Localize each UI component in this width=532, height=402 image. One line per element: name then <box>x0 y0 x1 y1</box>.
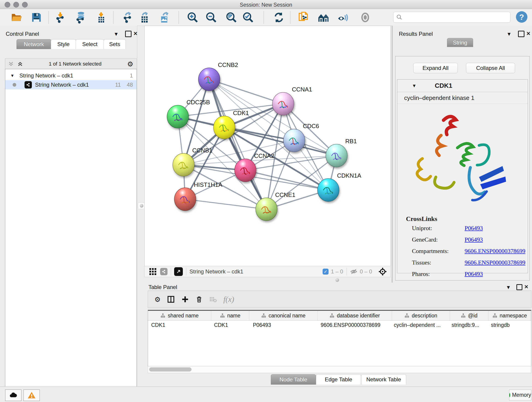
column-header[interactable]: database identifier <box>318 311 392 320</box>
hscrollbar-thumb[interactable] <box>149 367 191 371</box>
protein-card-header[interactable]: ▼ CDK1 <box>397 80 528 92</box>
birdseye-icon[interactable] <box>378 267 387 276</box>
panel-menu-icon[interactable]: ▼ <box>506 284 511 290</box>
crosslinks-list: Uniprot:P06493GeneCard:P06493Compartment… <box>412 225 528 278</box>
detach-view-icon[interactable] <box>174 267 183 276</box>
network-node-label: CDC6 <box>303 123 319 129</box>
warning-button[interactable] <box>23 389 40 401</box>
table-cell[interactable]: cyclin–dependent ... <box>391 321 448 329</box>
import-network-from-database-button[interactable] <box>74 11 87 24</box>
table-cell[interactable]: stringdb <box>488 321 531 329</box>
network-node[interactable]: CCNA1 <box>272 86 312 115</box>
crosslink-link[interactable]: 9606.ENSP00000378699 <box>465 259 525 266</box>
column-header[interactable]: shared name <box>148 311 211 320</box>
tree-expander-icon[interactable]: ▼ <box>10 73 14 78</box>
panel-menu-icon[interactable]: ▼ <box>507 31 512 37</box>
network-node[interactable]: HIST1H1A <box>174 181 222 211</box>
export-network-button[interactable] <box>121 11 134 24</box>
panel-close-icon[interactable]: ✕ <box>524 284 528 290</box>
tab-network[interactable]: Network <box>17 39 51 49</box>
column-header[interactable]: canonical name <box>249 311 318 320</box>
network-edge[interactable] <box>245 170 328 190</box>
panel-close-icon[interactable]: ✕ <box>526 31 530 37</box>
panel-close-icon[interactable]: ✕ <box>133 31 138 37</box>
panel-float-icon[interactable] <box>125 31 132 37</box>
network-edge[interactable] <box>185 199 266 209</box>
table-row[interactable]: CDK1CDK1P064939606.ENSP00000378699cyclin… <box>148 321 531 329</box>
column-header[interactable]: @id <box>450 311 488 320</box>
network-edge[interactable] <box>209 79 283 104</box>
export-table-button[interactable] <box>138 11 151 24</box>
import-network-button[interactable] <box>54 11 67 24</box>
tab-node-table[interactable]: Node Table <box>271 374 316 385</box>
delete-table-icon <box>209 295 217 303</box>
network-collection-row[interactable]: ▼ String Network – cdk1 1 <box>5 71 137 80</box>
crosslink-link[interactable]: P06493 <box>465 236 483 243</box>
table-cell[interactable]: P06493 <box>250 321 317 329</box>
zoom-out-button[interactable] <box>205 11 218 24</box>
table-cell[interactable]: 9606.ENSP00000378699 <box>317 321 390 329</box>
delete-column-icon[interactable] <box>196 296 203 303</box>
tab-sets[interactable]: Sets <box>104 39 126 49</box>
network-row-selected[interactable]: String Network – cdk1 11 48 <box>5 80 137 89</box>
table-settings-gear-icon[interactable]: ⚙ <box>154 295 161 303</box>
export-image-button[interactable] <box>158 11 171 24</box>
collapse-all-icon[interactable] <box>8 61 14 67</box>
expand-all-button[interactable]: Expand All <box>413 63 458 73</box>
panel-float-icon[interactable] <box>516 284 522 290</box>
selected-checkbox-icon[interactable]: ✓ <box>323 269 329 274</box>
clone-network-button[interactable] <box>297 11 310 24</box>
show-columns-icon[interactable] <box>167 295 175 303</box>
network-canvas[interactable]: CCNB2CCNA1CDC25BCDK1CDC6RB1CCNB1CCNA2CDK… <box>144 26 391 266</box>
network-node[interactable]: CCNB1 <box>173 147 212 176</box>
tab-select[interactable]: Select <box>76 39 104 49</box>
string-view-icon[interactable] <box>160 268 167 275</box>
crosslink-link[interactable]: P06493 <box>465 271 483 278</box>
refresh-view-button[interactable] <box>272 11 285 24</box>
zoom-in-button[interactable] <box>186 11 199 24</box>
network-node-label: CDKN1A <box>337 172 361 179</box>
gear-icon[interactable]: ⚙ <box>127 60 133 68</box>
table-cell[interactable]: CDK1 <box>211 321 250 329</box>
network-node[interactable]: CDKN1A <box>317 172 361 201</box>
network-node[interactable]: CCNE1 <box>256 191 295 221</box>
help-button[interactable]: ? <box>516 11 527 23</box>
search-input[interactable] <box>403 14 502 20</box>
import-table-button[interactable] <box>94 11 108 24</box>
tab-style[interactable]: Style <box>51 39 76 49</box>
tab-edge-table[interactable]: Edge Table <box>316 374 361 385</box>
expand-all-icon[interactable] <box>17 61 23 67</box>
column-header[interactable]: description <box>392 311 450 320</box>
memory-button[interactable]: Memory <box>509 390 531 400</box>
hide-graphics-details-button[interactable] <box>359 11 372 24</box>
collapse-all-button[interactable]: Collapse All <box>466 63 515 73</box>
panel-float-icon[interactable] <box>518 31 525 37</box>
grid-view-icon[interactable] <box>149 268 157 276</box>
panel-menu-icon[interactable]: ▼ <box>114 31 119 37</box>
zoom-fit-button[interactable] <box>225 11 238 24</box>
save-session-button[interactable] <box>30 11 43 24</box>
column-header[interactable]: namespace <box>488 311 531 320</box>
horizontal-splitter-handle[interactable] <box>336 278 339 282</box>
open-session-button[interactable] <box>10 11 23 24</box>
home-button[interactable] <box>317 11 330 24</box>
zoom-selected-button[interactable] <box>241 11 255 24</box>
tab-network-table[interactable]: Network Table <box>361 374 406 385</box>
crosslink-link[interactable]: 9606.ENSP00000378699 <box>465 248 525 255</box>
table-hscrollbar[interactable] <box>148 366 531 373</box>
add-column-icon[interactable] <box>181 295 189 303</box>
column-header[interactable]: name <box>211 311 249 320</box>
table-cell[interactable]: stringdb:9... <box>448 321 488 329</box>
collapse-triangle-icon[interactable]: ▼ <box>412 83 417 89</box>
crosslink-link[interactable]: P06493 <box>465 225 483 232</box>
column-header-label: canonical name <box>268 313 305 319</box>
network-node[interactable]: CDK1 <box>214 109 249 139</box>
network-node[interactable]: RB1 <box>326 138 357 167</box>
crosslink-row: Uniprot:P06493 <box>412 225 528 232</box>
network-selection-status: 1 of 1 Network selected <box>23 61 127 67</box>
table-cell[interactable]: CDK1 <box>148 321 211 329</box>
show-graphics-details-button[interactable] <box>336 11 349 24</box>
cloud-button[interactable] <box>5 389 22 401</box>
tab-string[interactable]: String <box>447 38 473 47</box>
network-graph[interactable]: CCNB2CCNA1CDC25BCDK1CDC6RB1CCNB1CCNA2CDK… <box>145 26 390 266</box>
